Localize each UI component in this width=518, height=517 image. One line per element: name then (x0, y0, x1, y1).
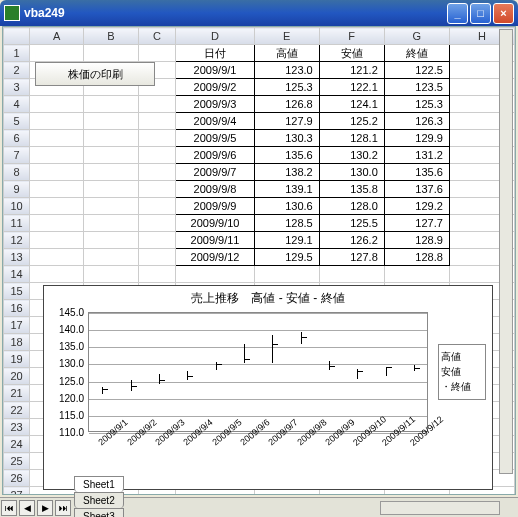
cell[interactable] (254, 266, 319, 283)
cell[interactable] (138, 232, 176, 249)
minimize-button[interactable]: _ (447, 3, 468, 24)
row-header[interactable]: 17 (4, 317, 30, 334)
cell[interactable]: 127.7 (384, 215, 449, 232)
cell[interactable] (30, 45, 84, 62)
col-header-F[interactable]: F (319, 28, 384, 45)
cell[interactable] (84, 249, 138, 266)
cell[interactable] (138, 164, 176, 181)
row-header[interactable]: 6 (4, 130, 30, 147)
row-header[interactable]: 25 (4, 453, 30, 470)
cell[interactable]: 131.2 (384, 147, 449, 164)
row-header[interactable]: 7 (4, 147, 30, 164)
cell[interactable] (319, 266, 384, 283)
cell[interactable]: 2009/9/2 (176, 79, 254, 96)
cell[interactable] (84, 96, 138, 113)
row-header[interactable]: 24 (4, 436, 30, 453)
cell[interactable]: 125.2 (319, 113, 384, 130)
maximize-button[interactable]: □ (470, 3, 491, 24)
col-header-D[interactable]: D (176, 28, 254, 45)
row-header[interactable]: 4 (4, 96, 30, 113)
row-header[interactable]: 11 (4, 215, 30, 232)
row-header[interactable]: 9 (4, 181, 30, 198)
cell[interactable] (84, 266, 138, 283)
cell[interactable]: 137.6 (384, 181, 449, 198)
cell[interactable]: 130.0 (319, 164, 384, 181)
cell[interactable] (138, 96, 176, 113)
tab-nav-next-icon[interactable]: ▶ (37, 500, 53, 516)
cell[interactable] (138, 113, 176, 130)
row-header[interactable]: 2 (4, 62, 30, 79)
cell[interactable] (30, 181, 84, 198)
cell[interactable]: 終値 (384, 45, 449, 62)
tab-nav-last-icon[interactable]: ⏭ (55, 500, 71, 516)
cell[interactable]: 2009/9/6 (176, 147, 254, 164)
row-header[interactable]: 1 (4, 45, 30, 62)
cell[interactable] (84, 215, 138, 232)
cell[interactable] (138, 249, 176, 266)
row-header[interactable]: 12 (4, 232, 30, 249)
cell[interactable]: 127.8 (319, 249, 384, 266)
cell[interactable] (84, 130, 138, 147)
cell[interactable]: 130.3 (254, 130, 319, 147)
sheet-tab-sheet1[interactable]: Sheet1 (74, 476, 124, 492)
cell[interactable] (138, 198, 176, 215)
row-header[interactable]: 19 (4, 351, 30, 368)
cell[interactable]: 2009/9/5 (176, 130, 254, 147)
cell[interactable]: 高値 (254, 45, 319, 62)
col-header-C[interactable]: C (138, 28, 176, 45)
cell[interactable] (84, 164, 138, 181)
horizontal-scrollbar[interactable] (380, 501, 500, 515)
cell[interactable] (30, 198, 84, 215)
sheet-tab-sheet3[interactable]: Sheet3 (74, 508, 124, 518)
row-header[interactable]: 5 (4, 113, 30, 130)
tab-nav-prev-icon[interactable]: ◀ (19, 500, 35, 516)
stock-chart[interactable]: 売上推移 高値 - 安値 - 終値 高値 安値 ・終値 110.0115.012… (43, 285, 493, 490)
cell[interactable]: 130.6 (254, 198, 319, 215)
cell[interactable] (30, 215, 84, 232)
cell[interactable] (176, 266, 254, 283)
col-header-E[interactable]: E (254, 28, 319, 45)
row-header[interactable]: 23 (4, 419, 30, 436)
cell[interactable]: 128.9 (384, 232, 449, 249)
cell[interactable]: 129.2 (384, 198, 449, 215)
cell[interactable]: 128.1 (319, 130, 384, 147)
row-header[interactable]: 18 (4, 334, 30, 351)
cell[interactable] (138, 45, 176, 62)
cell[interactable]: 2009/9/3 (176, 96, 254, 113)
cell[interactable]: 2009/9/8 (176, 181, 254, 198)
cell[interactable] (138, 130, 176, 147)
cell[interactable]: 125.5 (319, 215, 384, 232)
cell[interactable]: 126.2 (319, 232, 384, 249)
cell[interactable]: 日付 (176, 45, 254, 62)
col-header-G[interactable]: G (384, 28, 449, 45)
tab-nav-first-icon[interactable]: ⏮ (1, 500, 17, 516)
cell[interactable]: 2009/9/10 (176, 215, 254, 232)
cell[interactable]: 126.3 (384, 113, 449, 130)
row-header[interactable]: 21 (4, 385, 30, 402)
cell[interactable]: 122.1 (319, 79, 384, 96)
row-header[interactable]: 8 (4, 164, 30, 181)
cell[interactable] (30, 96, 84, 113)
row-header[interactable]: 26 (4, 470, 30, 487)
cell[interactable]: 125.3 (254, 79, 319, 96)
cell[interactable] (84, 198, 138, 215)
cell[interactable]: 2009/9/7 (176, 164, 254, 181)
cell[interactable]: 2009/9/12 (176, 249, 254, 266)
cell[interactable]: 129.5 (254, 249, 319, 266)
cell[interactable] (84, 232, 138, 249)
cell[interactable] (84, 181, 138, 198)
cell[interactable] (84, 45, 138, 62)
row-header[interactable]: 20 (4, 368, 30, 385)
row-header[interactable]: 15 (4, 283, 30, 300)
cell[interactable]: 124.1 (319, 96, 384, 113)
cell[interactable]: 2009/9/11 (176, 232, 254, 249)
cell[interactable]: 122.5 (384, 62, 449, 79)
cell[interactable]: 125.3 (384, 96, 449, 113)
col-header-B[interactable]: B (84, 28, 138, 45)
cell[interactable]: 139.1 (254, 181, 319, 198)
cell[interactable]: 129.9 (384, 130, 449, 147)
row-header[interactable]: 10 (4, 198, 30, 215)
cell[interactable] (138, 215, 176, 232)
cell[interactable] (30, 249, 84, 266)
print-stock-button[interactable]: 株価の印刷 (35, 62, 155, 86)
